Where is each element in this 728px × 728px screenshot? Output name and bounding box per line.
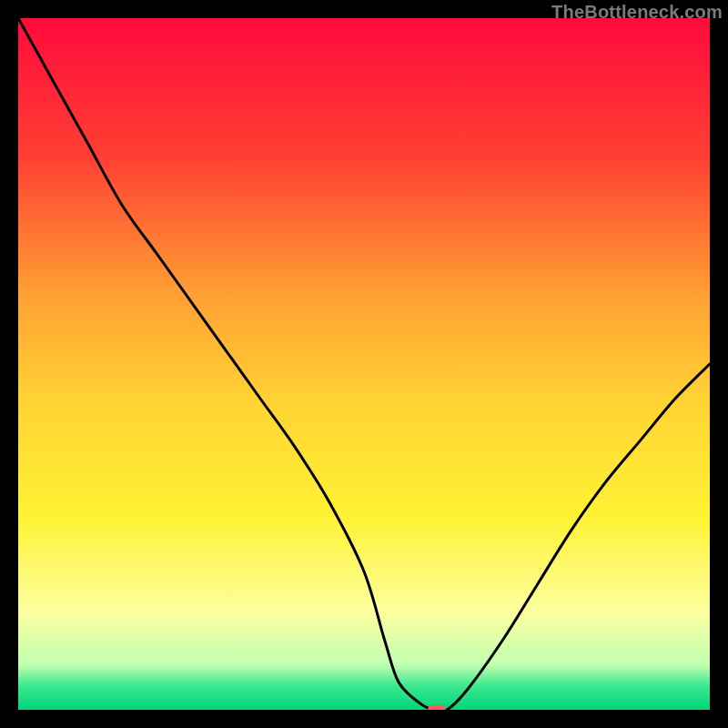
chart-frame: TheBottleneck.com [0,0,728,728]
watermark-label: TheBottleneck.com [551,2,723,23]
optimal-marker [428,705,446,710]
bottleneck-chart [18,18,710,710]
chart-background [18,18,710,710]
